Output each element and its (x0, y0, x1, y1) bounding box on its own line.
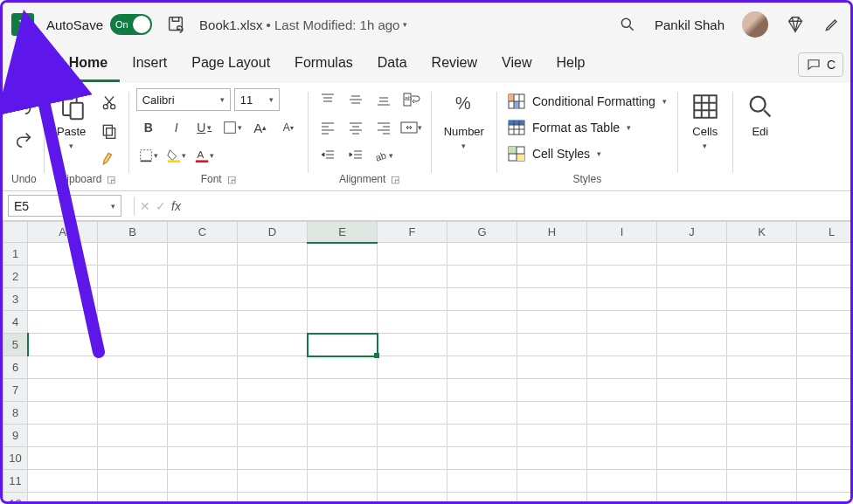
column-header[interactable]: C (168, 222, 238, 243)
cell[interactable] (727, 493, 797, 505)
cell[interactable] (797, 266, 854, 288)
cell[interactable] (238, 379, 308, 402)
cell[interactable] (657, 379, 727, 402)
cell[interactable] (28, 243, 98, 266)
cell[interactable] (587, 425, 657, 447)
cell[interactable] (797, 493, 854, 505)
cell[interactable] (168, 493, 238, 505)
cell[interactable] (308, 402, 378, 425)
align-left-button[interactable] (316, 116, 340, 139)
cell[interactable] (517, 379, 587, 402)
cell[interactable] (727, 379, 797, 402)
column-header[interactable]: I (587, 222, 657, 243)
cell[interactable] (308, 334, 378, 356)
cell[interactable] (447, 243, 517, 266)
cell[interactable] (587, 334, 657, 356)
cell[interactable] (797, 402, 854, 425)
cell[interactable] (797, 334, 854, 356)
cell[interactable] (98, 334, 168, 356)
conditional-formatting-button[interactable]: Conditional Formatting▾ (504, 92, 670, 111)
cell[interactable] (517, 402, 587, 425)
cell[interactable] (587, 288, 657, 311)
cell[interactable] (657, 425, 727, 447)
cell[interactable] (447, 425, 517, 447)
tab-insert[interactable]: Insert (120, 48, 179, 82)
cell[interactable] (168, 379, 238, 402)
tab-formulas[interactable]: Formulas (282, 48, 365, 82)
cell[interactable] (727, 470, 797, 493)
cell[interactable] (28, 311, 98, 334)
cell[interactable] (517, 243, 587, 266)
cell[interactable] (447, 379, 517, 402)
cell[interactable] (378, 447, 447, 470)
tab-help[interactable]: Help (544, 48, 597, 82)
cut-button[interactable] (97, 92, 121, 114)
user-avatar[interactable] (742, 11, 768, 38)
cell[interactable] (168, 266, 238, 288)
tab-review[interactable]: Review (420, 48, 489, 82)
undo-button[interactable] (11, 95, 36, 118)
cell[interactable] (238, 334, 308, 356)
cell[interactable] (238, 311, 308, 334)
cell[interactable] (797, 379, 854, 402)
borders-dropdown[interactable]: ▾ (136, 144, 161, 167)
cell[interactable] (28, 447, 98, 470)
save-sync-icon[interactable] (164, 13, 187, 36)
cell[interactable] (168, 425, 238, 447)
row-header[interactable]: 9 (3, 425, 28, 447)
cell[interactable] (378, 493, 447, 505)
cell[interactable] (98, 356, 168, 379)
underline-button[interactable]: U▾ (192, 116, 217, 139)
cell-styles-button[interactable]: Cell Styles▾ (504, 144, 605, 163)
cell[interactable] (378, 356, 447, 379)
editing-button[interactable]: Edi (740, 88, 780, 142)
cell[interactable] (587, 379, 657, 402)
cell[interactable] (447, 356, 517, 379)
cell[interactable] (657, 311, 727, 334)
cell[interactable] (657, 402, 727, 425)
cell[interactable] (727, 402, 797, 425)
cell[interactable] (657, 447, 727, 470)
cell[interactable] (517, 288, 587, 311)
copy-button[interactable] (97, 120, 121, 142)
font-launcher-icon[interactable]: ◲ (227, 174, 236, 185)
cell[interactable] (517, 334, 587, 356)
cell[interactable] (378, 402, 447, 425)
cell[interactable] (308, 311, 378, 334)
cell[interactable] (797, 356, 854, 379)
cell[interactable] (238, 356, 308, 379)
cell[interactable] (308, 470, 378, 493)
cell[interactable] (238, 288, 308, 311)
cell[interactable] (727, 266, 797, 288)
fx-icon[interactable]: fx (171, 199, 181, 213)
cell[interactable] (238, 266, 308, 288)
cell[interactable] (587, 493, 657, 505)
column-header[interactable]: K (727, 222, 797, 243)
cell[interactable] (657, 288, 727, 311)
cell[interactable] (517, 493, 587, 505)
search-icon[interactable] (618, 13, 637, 36)
border-button[interactable]: ▾ (220, 116, 245, 139)
cell[interactable] (308, 493, 378, 505)
column-header[interactable]: D (238, 222, 308, 243)
row-header[interactable]: 8 (3, 402, 28, 425)
cell[interactable] (587, 243, 657, 266)
cell[interactable] (308, 356, 378, 379)
row-header[interactable]: 5 (3, 334, 28, 356)
font-size-select[interactable]: 11▾ (234, 88, 280, 111)
cell[interactable] (587, 266, 657, 288)
autosave-toggle[interactable]: On (110, 14, 152, 35)
italic-button[interactable]: I (164, 116, 189, 139)
tab-view[interactable]: View (489, 48, 544, 82)
cell[interactable] (168, 447, 238, 470)
cell[interactable] (98, 266, 168, 288)
tab-home[interactable]: Home (57, 48, 120, 82)
cell[interactable] (378, 470, 447, 493)
cells-button[interactable]: Cells ▾ (685, 88, 725, 154)
cell[interactable] (517, 425, 587, 447)
tab-data[interactable]: Data (365, 48, 420, 82)
cell[interactable] (28, 379, 98, 402)
comments-button[interactable]: C (798, 52, 843, 77)
number-format-button[interactable]: % Number ▾ (439, 88, 489, 154)
cell[interactable] (378, 288, 447, 311)
